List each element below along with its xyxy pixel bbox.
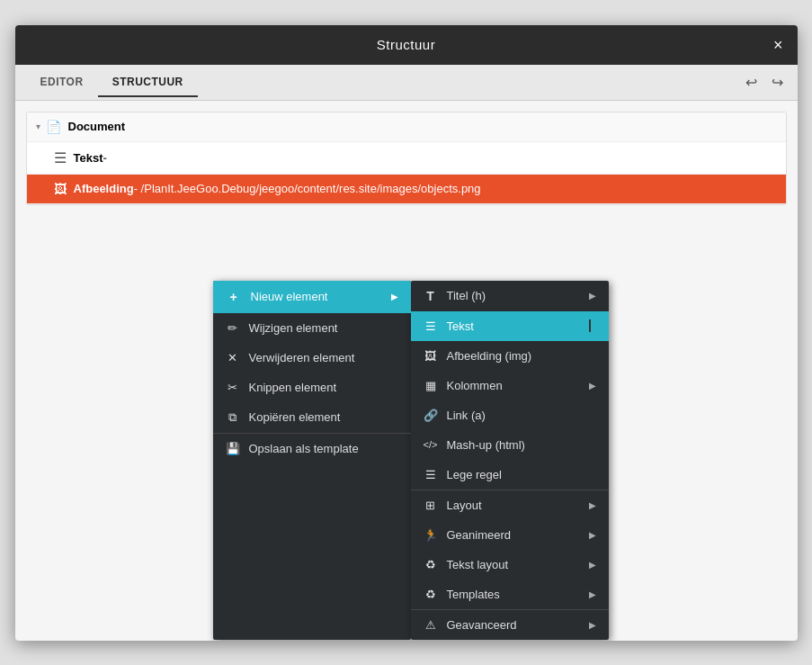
tree-value-image: - /PlanIt.JeeGoo.Debug/jeegoo/content/re… [134, 182, 481, 195]
templates-arrow: ▶ [589, 589, 596, 599]
submenu-item-geavanceerd[interactable]: ⚠ Geavanceerd ▶ [411, 609, 609, 640]
submenu-item-templates[interactable]: ♻ Templates ▶ [411, 580, 609, 609]
tree-label-text: Tekst [74, 151, 103, 165]
context-menu: + Nieuw element ▶ ✏ Wijzigen element ✕ V… [213, 281, 411, 640]
tekst-layout-icon: ♻ [424, 558, 438, 571]
image-icon: 🖼 [54, 182, 67, 196]
submenu-item-afbeelding[interactable]: 🖼 Afbeelding (img) [411, 341, 609, 371]
new-element-arrow: ▶ [391, 292, 398, 301]
layout-arrow: ▶ [589, 500, 596, 510]
layout-icon: ⊞ [424, 499, 438, 512]
context-menu-container: + Nieuw element ▶ ✏ Wijzigen element ✕ V… [213, 281, 609, 640]
modal-tabs: EDITOR STRUCTUUR ↩ ↪ [15, 65, 798, 101]
title-arrow: ▶ [589, 291, 596, 301]
submenu-item-tekst-layout[interactable]: ♻ Tekst layout ▶ [411, 550, 609, 580]
modal-titlebar: Structuur × [15, 25, 798, 65]
copy-icon: ⧉ [226, 410, 240, 425]
submenu-item-lege-regel[interactable]: ☰ Lege regel [411, 460, 609, 490]
submenu-item-tekst[interactable]: ☰ Tekst [411, 311, 609, 341]
redo-button[interactable]: ↪ [768, 72, 787, 93]
modal-title: Structuur [377, 37, 435, 52]
tab-structuur[interactable]: STRUCTUUR [98, 68, 198, 97]
menu-item-cut-element[interactable]: ✂ Knippen element [213, 373, 411, 402]
submenu-label-link: Link (a) [447, 409, 596, 422]
save-template-icon: 💾 [226, 442, 240, 455]
submenu-item-link[interactable]: 🔗 Link (a) [411, 400, 609, 430]
submenu: T Titel (h) ▶ ☰ Tekst 🖼 Afbeelding (img) [411, 281, 609, 640]
submenu-label-afbeelding: Afbeelding (img) [447, 349, 596, 363]
menu-label-edit-element: Wijzigen element [249, 321, 398, 335]
submenu-label-layout: Layout [447, 499, 580, 512]
menu-item-delete-element[interactable]: ✕ Verwijderen element [213, 343, 411, 373]
tekst-layout-arrow: ▶ [589, 560, 596, 570]
submenu-item-mashup[interactable]: </> Mash-up (html) [411, 430, 609, 460]
submenu-label-templates: Templates [447, 588, 580, 601]
menu-label-save-template: Opslaan als template [249, 442, 398, 455]
submenu-label-geanimeerd: Geanimeerd [447, 528, 580, 542]
modal: Structuur × EDITOR STRUCTUUR ↩ ↪ ▾ � [15, 25, 798, 641]
delete-icon: ✕ [226, 351, 240, 364]
cursor-indicator [589, 319, 596, 332]
title-icon: T [424, 289, 438, 303]
submenu-label-tekst-layout: Tekst layout [447, 558, 580, 571]
menu-item-copy-element[interactable]: ⧉ Kopiëren element [213, 402, 411, 433]
mashup-icon: </> [424, 439, 438, 450]
menu-label-cut-element: Knippen element [249, 381, 398, 394]
submenu-item-layout[interactable]: ⊞ Layout ▶ [411, 490, 609, 520]
submenu-label-lege-regel: Lege regel [447, 468, 596, 481]
afbeelding-icon: 🖼 [424, 349, 438, 363]
submenu-label-mashup: Mash-up (html) [447, 438, 596, 452]
geavanceerd-arrow: ▶ [589, 620, 596, 630]
submenu-item-title[interactable]: T Titel (h) ▶ [411, 281, 609, 311]
tree-label-image: Afbeelding [74, 182, 134, 195]
submenu-label-tekst: Tekst [447, 319, 578, 333]
modal-body: ▾ 📄 Document ☰ Tekst - 🖼 Afbeelding - /P… [15, 101, 798, 641]
tree-row-image[interactable]: 🖼 Afbeelding - /PlanIt.JeeGoo.Debug/jeeg… [27, 175, 786, 204]
submenu-item-geanimeerd[interactable]: 🏃 Geanimeerd ▶ [411, 520, 609, 550]
menu-item-new-element[interactable]: + Nieuw element ▶ [213, 281, 411, 313]
undo-button[interactable]: ↩ [742, 72, 761, 93]
menu-label-copy-element: Kopiëren element [249, 410, 398, 424]
templates-icon: ♻ [424, 588, 438, 601]
menu-item-edit-element[interactable]: ✏ Wijzigen element [213, 313, 411, 343]
tab-editor[interactable]: EDITOR [26, 68, 98, 97]
text-icon: ☰ [54, 149, 67, 166]
menu-label-delete-element: Verwijderen element [249, 351, 398, 364]
kolommen-icon: ▦ [424, 379, 438, 392]
tree-area: ▾ 📄 Document ☰ Tekst - 🖼 Afbeelding - /P… [26, 112, 787, 205]
tree-value-text: - [103, 151, 107, 165]
tree-row-text[interactable]: ☰ Tekst - [27, 142, 786, 175]
kolommen-arrow: ▶ [589, 381, 596, 391]
tree-label-document: Document [68, 120, 126, 133]
geanimeerd-icon: 🏃 [424, 528, 438, 542]
tree-row-document[interactable]: ▾ 📄 Document [27, 112, 786, 142]
lege-regel-icon: ☰ [424, 468, 438, 481]
tekst-icon: ☰ [424, 319, 438, 333]
edit-icon: ✏ [226, 321, 240, 335]
new-element-icon: + [226, 289, 242, 305]
tab-actions: ↩ ↪ [742, 72, 787, 93]
menu-item-save-template[interactable]: 💾 Opslaan als template [213, 433, 411, 463]
submenu-label-geavanceerd: Geavanceerd [447, 618, 580, 632]
submenu-label-kolommen: Kolommen [447, 379, 580, 392]
geanimeerd-arrow: ▶ [589, 530, 596, 540]
modal-close-button[interactable]: × [773, 35, 783, 54]
tree-toggle-document[interactable]: ▾ [36, 121, 40, 131]
menu-label-new-element: Nieuw element [251, 290, 382, 303]
document-icon: 📄 [46, 120, 61, 134]
geavanceerd-icon: ⚠ [424, 618, 438, 632]
submenu-item-kolommen[interactable]: ▦ Kolommen ▶ [411, 371, 609, 400]
link-icon: 🔗 [424, 409, 438, 422]
submenu-label-title: Titel (h) [447, 289, 580, 302]
cut-icon: ✂ [226, 381, 240, 394]
